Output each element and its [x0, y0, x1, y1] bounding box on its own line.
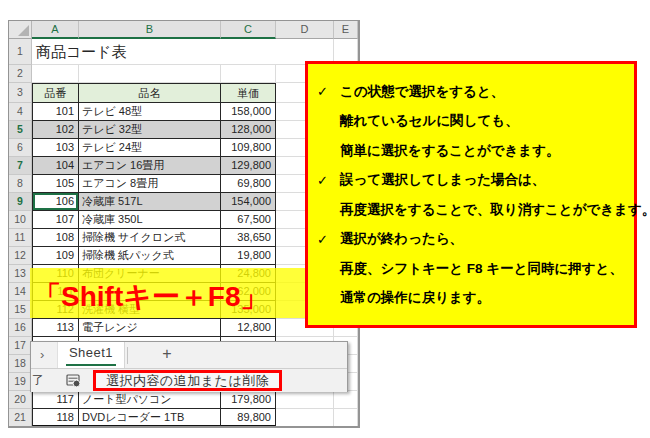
callout-text: 再度、シフトキーと F8 キーと同時に押すと、 [340, 260, 623, 278]
row-header[interactable]: 17 [9, 337, 32, 355]
cell-hinmei[interactable]: テレビ 24型 [79, 139, 221, 157]
callout-line: 再度選択をすることで、取り消すことができます。 [317, 195, 628, 225]
cell-tanka[interactable]: 89,800 [221, 409, 276, 427]
cell-tanka[interactable]: 154,000 [221, 193, 276, 211]
sheet-tab-sheet1[interactable]: Sheet1 [57, 342, 125, 368]
sheet-tab-label: Sheet1 [66, 342, 116, 366]
cell-tanka[interactable]: 12,800 [221, 319, 276, 337]
cell-hinmei[interactable]: テレビ 48型 [79, 103, 221, 121]
row-header[interactable]: 15 [9, 301, 32, 319]
cell-hinmei[interactable]: 冷蔵庫 517L [79, 193, 221, 211]
sheet-tab-bar: › Sheet1 + [31, 342, 347, 368]
row-header[interactable]: 3 [9, 83, 32, 103]
table-row: 21118DVDレコーダー 1TB89,800 [9, 409, 358, 427]
callout-box: ✓この状態で選択をすると、離れているセルに関しても、簡単に選択をすることができま… [305, 61, 637, 328]
row-header[interactable]: 4 [9, 103, 32, 121]
cell-tanka[interactable]: 129,800 [221, 157, 276, 175]
cell-hinmei[interactable]: 掃除機 サイクロン式 [79, 229, 221, 247]
table-header-tanka[interactable]: 単価 [221, 83, 276, 103]
cell-hinban[interactable]: 109 [32, 247, 79, 265]
callout-line: 離れているセルに関しても、 [317, 107, 628, 137]
checkmark-icon: ✓ [317, 232, 340, 247]
cell-tanka[interactable]: 179,800 [221, 391, 276, 409]
cell-hinban[interactable]: 113 [32, 319, 79, 337]
cell-hinmei[interactable]: DVDレコーダー 1TB [79, 409, 221, 427]
cell-hinban[interactable]: 104 [32, 157, 79, 175]
callout-line: 簡単に選択をすることができます。 [317, 136, 628, 166]
shift-f8-label: 「Shiftキー＋F8」 [33, 280, 269, 314]
cell[interactable] [79, 65, 221, 83]
row-header[interactable]: 1 [9, 39, 32, 65]
checkmark-icon: ✓ [317, 84, 340, 99]
column-header-a[interactable]: A [32, 21, 79, 39]
cell[interactable] [32, 65, 79, 83]
cell[interactable] [276, 391, 334, 409]
row-header[interactable]: 19 [9, 373, 32, 391]
column-headers: ABCDE [32, 21, 358, 39]
cell-hinmei[interactable]: 電子レンジ [79, 319, 221, 337]
cell-tanka[interactable]: 158,000 [221, 103, 276, 121]
column-header-row: ABCDE [9, 21, 358, 39]
cell-hinmei[interactable]: ノート型パソコン [79, 391, 221, 409]
column-header-b[interactable]: B [79, 21, 221, 39]
row-header[interactable]: 2 [9, 65, 32, 83]
cell-hinban[interactable]: 117 [32, 391, 79, 409]
table-header-hinban[interactable]: 品番 [32, 83, 79, 103]
cell-title[interactable]: 商品コード表 [32, 39, 276, 65]
row-header[interactable]: 7 [9, 157, 32, 175]
row-header[interactable]: 21 [9, 409, 32, 427]
row-header[interactable]: 16 [9, 319, 32, 337]
callout-line: 再度、シフトキーと F8 キーと同時に押すと、 [317, 254, 628, 284]
cell[interactable] [276, 409, 334, 427]
row-header[interactable]: 18 [9, 355, 32, 373]
cell-tanka[interactable]: 19,800 [221, 247, 276, 265]
cell-tanka[interactable]: 67,500 [221, 211, 276, 229]
cell-tanka[interactable]: 38,650 [221, 229, 276, 247]
callout-text: 簡単に選択をすることができます。 [340, 142, 559, 160]
cell-hinmei[interactable]: 冷蔵庫 350L [79, 211, 221, 229]
row-header[interactable]: 11 [9, 229, 32, 247]
cell-hinban[interactable]: 108 [32, 229, 79, 247]
cell-hinban[interactable]: 107 [32, 211, 79, 229]
cell-tanka[interactable]: 109,800 [221, 139, 276, 157]
cell-hinmei[interactable]: エアコン 8畳用 [79, 175, 221, 193]
checkmark-icon: ✓ [317, 173, 340, 188]
row-header[interactable]: 13 [9, 265, 32, 283]
row-header[interactable]: 6 [9, 139, 32, 157]
row-header[interactable]: 8 [9, 175, 32, 193]
cell[interactable] [334, 409, 358, 427]
row-header[interactable]: 5 [9, 121, 32, 139]
cell-hinban[interactable]: 105 [32, 175, 79, 193]
cell-tanka[interactable]: 69,800 [221, 175, 276, 193]
row-header[interactable]: 20 [9, 391, 32, 409]
row-header[interactable]: 10 [9, 211, 32, 229]
cell-tanka[interactable]: 128,000 [221, 121, 276, 139]
add-sheet-button[interactable]: + [128, 342, 206, 368]
callout-line: ✓この状態で選択をすると、 [317, 77, 628, 107]
callout-line: ✓誤って選択してしまった場合は、 [317, 166, 628, 196]
table-header-hinmei[interactable]: 品名 [79, 83, 221, 103]
callout-text: 離れているセルに関しても、 [340, 112, 519, 130]
record-macro-icon[interactable] [66, 374, 81, 388]
row-header[interactable]: 9 [9, 193, 32, 211]
cell-hinmei[interactable]: エアコン 16畳用 [79, 157, 221, 175]
cell-hinban[interactable]: 118 [32, 409, 79, 427]
cell-hinmei[interactable]: テレビ 32型 [79, 121, 221, 139]
callout-line: ✓選択が終わったら、 [317, 225, 628, 255]
column-header-d[interactable]: D [276, 21, 334, 39]
cell-hinmei[interactable]: 掃除機 紙パック式 [79, 247, 221, 265]
status-bar: 了 選択内容の追加または削除 [31, 368, 347, 392]
cell[interactable] [334, 391, 358, 409]
row-header[interactable]: 14 [9, 283, 32, 301]
cell-hinban[interactable]: 106 [32, 193, 79, 211]
column-header-c[interactable]: C [221, 21, 276, 39]
cell[interactable] [221, 65, 276, 83]
select-all-corner[interactable] [9, 21, 32, 39]
status-mode-label: 選択内容の追加または削除 [93, 370, 282, 391]
cell-hinban[interactable]: 102 [32, 121, 79, 139]
column-header-e[interactable]: E [334, 21, 358, 39]
cell-hinban[interactable]: 101 [32, 103, 79, 121]
row-header[interactable]: 12 [9, 247, 32, 265]
tab-scroll-chevron-icon[interactable]: › [31, 342, 57, 368]
cell-hinban[interactable]: 103 [32, 139, 79, 157]
